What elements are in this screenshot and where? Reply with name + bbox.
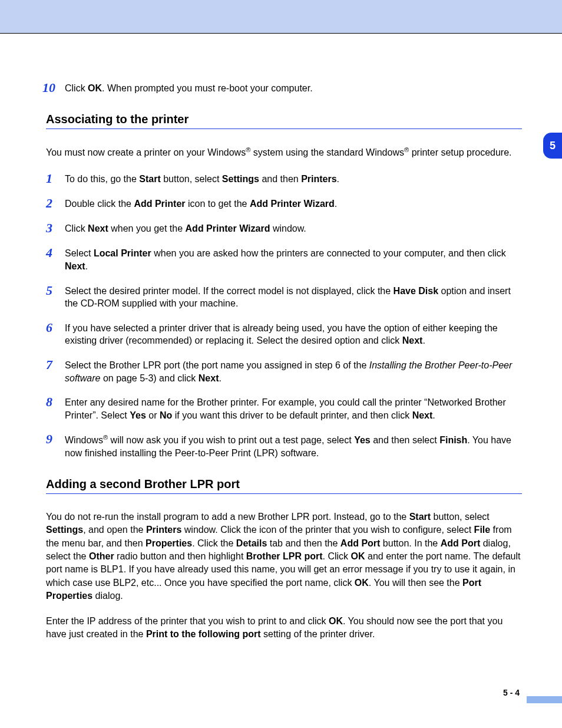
text: and then — [259, 174, 301, 184]
step: 8Enter any desired name for the Brother … — [46, 395, 522, 421]
step-number: 9 — [46, 432, 65, 460]
text: on page 5-3) and click — [100, 373, 198, 383]
text: when you are asked how the printers are … — [151, 248, 506, 258]
bold: No — [160, 410, 172, 420]
text: . — [432, 410, 435, 420]
text: . When prompted you must re-boot your co… — [102, 83, 313, 93]
text: Click — [65, 223, 88, 233]
bold: Next — [199, 373, 219, 383]
bold: Finish — [439, 436, 467, 446]
text: Double click the — [65, 199, 134, 209]
text: button. In the — [380, 538, 440, 548]
bold: Add Printer Wizard — [186, 223, 270, 233]
step-number: 1 — [46, 172, 65, 186]
step-text: Double click the Add Printer icon to get… — [65, 196, 522, 210]
step: 6If you have selected a printer driver t… — [46, 321, 522, 347]
bold: Other — [89, 551, 114, 561]
step-number: 8 — [46, 395, 65, 421]
bold: Yes — [130, 410, 146, 420]
step: 4Select Local Printer when you are asked… — [46, 246, 522, 272]
text: when you get the — [108, 223, 186, 233]
text: Click — [65, 83, 88, 93]
text: if you want this driver to be default pr… — [172, 410, 412, 420]
bold: Add Port — [441, 538, 481, 548]
section-rule — [46, 129, 522, 129]
bold: Properties — [146, 538, 192, 548]
text: . — [85, 261, 88, 271]
step-number: 4 — [46, 246, 65, 272]
step-text: Enter any desired name for the Brother p… — [65, 395, 522, 421]
step-text: If you have selected a printer driver th… — [65, 321, 522, 347]
text: printer setup procedure. — [409, 148, 511, 158]
step: 9Windows® will now ask you if you wish t… — [46, 432, 522, 460]
bold: Next — [65, 261, 85, 271]
section2-para2: Enter the IP address of the printer that… — [46, 615, 522, 641]
text: . — [337, 174, 339, 184]
text: Windows — [65, 436, 103, 446]
text: will now ask you if you wish to print ou… — [108, 436, 354, 446]
step-10: 10 Click OK. When prompted you must re-b… — [46, 81, 522, 95]
bold: Settings — [46, 525, 83, 535]
section1-steps: 1To do this, go the Start button, select… — [46, 172, 522, 460]
text: . You will then see the — [369, 578, 462, 588]
bold: Printers — [301, 174, 336, 184]
step-text: Click OK. When prompted you must re-boot… — [65, 81, 522, 95]
page-bar — [527, 696, 562, 703]
step-number: 2 — [46, 196, 65, 210]
bold: Add Port — [340, 538, 381, 548]
bold: Next — [402, 335, 423, 345]
bold: Brother LPR port — [246, 551, 323, 561]
step-text: Click Next when you get the Add Printer … — [65, 221, 522, 235]
text: Select the Brother LPR port (the port na… — [65, 360, 369, 370]
text: . — [219, 373, 221, 383]
text: system using the standard Windows — [250, 148, 404, 158]
step-number: 10 — [42, 81, 65, 95]
text: icon to get the — [186, 199, 250, 209]
bold: Print to the following port — [146, 629, 261, 639]
section-heading-associating: Associating to the printer — [46, 113, 522, 126]
text: button, select — [431, 512, 490, 522]
text: To do this, go the — [65, 174, 139, 184]
text: dialog. — [92, 591, 123, 601]
bold: Add Printer Wizard — [250, 199, 335, 209]
text: window. Click the icon of the printer th… — [181, 525, 474, 535]
text: . Click — [323, 551, 351, 561]
step: 7Select the Brother LPR port (the port n… — [46, 358, 522, 384]
section-rule — [46, 493, 522, 494]
text: . — [335, 199, 337, 209]
bold: Next — [412, 410, 433, 420]
bold: Add Printer — [134, 199, 185, 209]
text: setting of the printer driver. — [261, 629, 375, 639]
bold: OK — [351, 551, 365, 561]
section2-para1: You do not re-run the install program to… — [46, 510, 522, 603]
step-number: 7 — [46, 358, 65, 384]
step: 5Select the desired printer model. If th… — [46, 284, 522, 310]
top-band — [0, 0, 562, 33]
text: . Click the — [192, 538, 236, 548]
text: You do not re-run the install program to… — [46, 512, 409, 522]
bold: Have Disk — [394, 286, 439, 296]
text: . — [422, 335, 425, 345]
bold: Start — [409, 512, 431, 522]
bold: Local Printer — [94, 248, 151, 258]
page-content: 10 Click OK. When prompted you must re-b… — [0, 34, 562, 641]
page-number: 5 - 4 — [503, 688, 520, 697]
text: window. — [270, 223, 306, 233]
step-text: Select the Brother LPR port (the port na… — [65, 358, 522, 384]
step-number: 3 — [46, 221, 65, 235]
bold: OK — [355, 578, 369, 588]
bold: Details — [236, 538, 267, 548]
text: button, select — [161, 174, 222, 184]
text: tab and then the — [267, 538, 340, 548]
bold: OK — [329, 616, 343, 626]
text: radio button and then highlight — [114, 551, 246, 561]
step-text: To do this, go the Start button, select … — [65, 172, 522, 186]
bold: Yes — [354, 436, 371, 446]
step: 2Double click the Add Printer icon to ge… — [46, 196, 522, 210]
chapter-tab: 5 — [543, 133, 562, 159]
text: or — [146, 410, 160, 420]
section-heading-lpr: Adding a second Brother LPR port — [46, 477, 522, 491]
text: If you have selected a printer driver th… — [65, 323, 498, 346]
bold: Settings — [222, 174, 259, 184]
text: , and open the — [83, 525, 146, 535]
